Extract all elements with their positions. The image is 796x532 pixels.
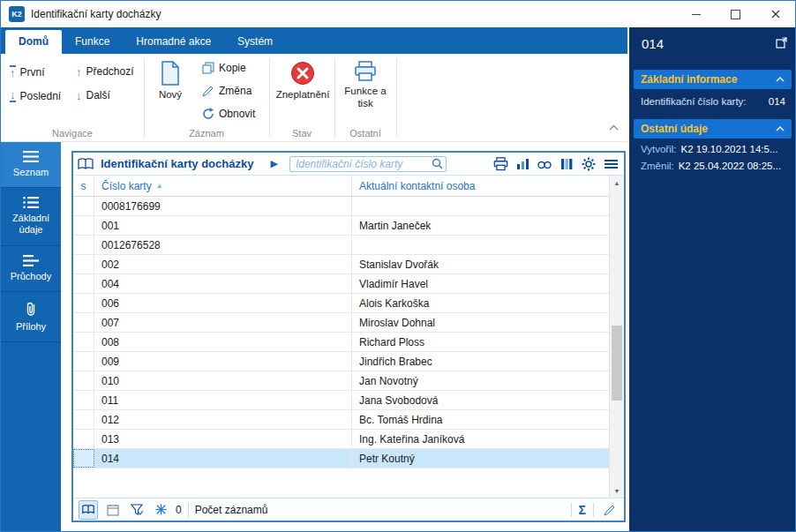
browse-statusbar: 0 Počet záznamů Σ	[73, 498, 624, 521]
gear-icon	[582, 157, 596, 171]
table-row[interactable]: 004Vladimír Havel	[73, 274, 609, 294]
open-in-window-button[interactable]	[776, 36, 787, 52]
window-close-button[interactable]	[755, 1, 795, 27]
previous-label: Předchozí	[86, 65, 134, 78]
cell-card-number: 001	[94, 216, 352, 235]
cell-contact-person: Jan Novotný	[352, 371, 609, 390]
search-icon	[432, 158, 443, 169]
browse-area: Identifikační karty docházky ▶	[71, 151, 626, 522]
table-row[interactable]: 0008176699	[73, 197, 609, 216]
paperclip-icon	[26, 301, 36, 317]
table-row[interactable]: 009Jindřich Brabec	[73, 352, 609, 371]
print-button[interactable]	[492, 155, 509, 173]
sidebar: Seznam Základní údaje Průchody Přílohy	[1, 142, 61, 532]
previous-button[interactable]: ↑ Předchozí	[76, 65, 134, 78]
vertical-scrollbar[interactable]: ▲ ▼	[609, 176, 624, 498]
sidebar-item-prilohy[interactable]: Přílohy	[1, 292, 61, 342]
row-status-cell	[73, 274, 94, 293]
cell-contact-person	[352, 197, 609, 215]
copy-button[interactable]: Kopie	[202, 62, 246, 74]
row-status-cell	[73, 236, 94, 254]
titlebar: K2 Identifikační karty docházky	[1, 1, 795, 27]
printer-icon	[354, 61, 377, 82]
table-row[interactable]: 011Jana Svobodová	[73, 391, 609, 410]
column-header-status[interactable]: s	[73, 176, 94, 196]
table-row[interactable]: 0012676528	[73, 236, 609, 255]
column-header-contact-person[interactable]: Aktuální kontaktní osoba	[352, 176, 609, 196]
cell-contact-person	[352, 236, 609, 254]
refresh-button[interactable]: Obnovit	[202, 108, 255, 120]
window-minimize-button[interactable]	[676, 1, 716, 27]
row-status-cell	[73, 313, 94, 332]
section-basic-info[interactable]: Základní informace	[634, 70, 792, 89]
columns-button[interactable]	[558, 155, 575, 173]
sidebar-item-zakladni-udaje[interactable]: Základní údaje	[1, 188, 61, 245]
table-row[interactable]: 006Alois Karkoška	[73, 294, 609, 313]
invalidate-button[interactable]: Zneplatnění	[271, 61, 334, 101]
statusbar-separator	[593, 503, 594, 517]
tab-funkce[interactable]: Funkce	[62, 30, 123, 54]
detail-panel-title: 014	[642, 36, 664, 51]
form-view-button[interactable]	[104, 501, 122, 519]
lookup-button[interactable]	[536, 155, 553, 173]
first-button[interactable]: ↑ První	[10, 65, 45, 79]
sum-button[interactable]: Σ	[579, 503, 586, 517]
window-title: Identifikační karty docházky	[31, 1, 161, 27]
invalidate-label: Zneplatnění	[276, 89, 330, 101]
detail-list-icon	[23, 197, 39, 208]
view-book-button[interactable]	[79, 500, 98, 520]
table-row[interactable]: 008Richard Ploss	[73, 333, 609, 352]
row-status-cell	[73, 352, 94, 371]
table-row[interactable]: 013Ing. Kateřina Janíková	[73, 430, 609, 449]
last-label: Poslední	[20, 90, 62, 102]
snowflake-icon	[155, 504, 167, 515]
search-input[interactable]	[289, 156, 447, 172]
table-body: 0008176699 001Martin Janeček 0012676528 …	[73, 197, 609, 468]
tab-system[interactable]: Systém	[224, 30, 286, 54]
settings-button[interactable]	[580, 155, 597, 173]
row-status-cell	[73, 197, 94, 215]
first-icon: ↑	[10, 65, 16, 79]
window-maximize-button[interactable]	[716, 1, 755, 27]
column-header-card-number[interactable]: Číslo karty ▲	[94, 176, 352, 196]
filter-button[interactable]	[128, 501, 146, 519]
browse-menu-arrow[interactable]: ▶	[270, 158, 277, 169]
scrollbar-thumb[interactable]	[612, 326, 622, 401]
next-button[interactable]: ↓ Další	[76, 89, 110, 101]
section-other-info[interactable]: Ostatní údaje	[634, 119, 792, 139]
row-status-cell	[73, 430, 94, 448]
ribbon-collapse-button[interactable]	[609, 118, 619, 134]
row-status-cell	[73, 255, 94, 273]
tab-hromadne-akce[interactable]: Hromadné akce	[123, 30, 224, 54]
sidebar-item-pruchody[interactable]: Průchody	[1, 246, 61, 292]
sidebar-item-seznam[interactable]: Seznam	[1, 142, 61, 188]
scroll-down-button[interactable]: ▼	[610, 483, 624, 498]
table-row[interactable]: 010Jan Novotný	[73, 371, 609, 391]
ribbon-separator	[334, 58, 335, 138]
edit-button[interactable]	[601, 501, 619, 519]
ribbon: ↑ První ↓ Poslední ↑ Předchozí ↓ Další N…	[1, 54, 627, 142]
chart-button[interactable]	[514, 155, 531, 173]
statusbar-separator	[571, 503, 572, 517]
field-value: 014	[769, 96, 785, 107]
change-button[interactable]: Změna	[202, 85, 252, 97]
table-row-selected[interactable]: 014Petr Koutný	[73, 449, 609, 468]
new-button[interactable]: Nový	[149, 61, 191, 101]
table-row[interactable]: 002Stanislav Dvořák	[73, 255, 609, 274]
section-title: Ostatní údaje	[641, 123, 708, 135]
table-row[interactable]: 001Martin Janeček	[73, 216, 609, 236]
columns-icon	[560, 158, 573, 170]
passages-icon	[23, 255, 39, 266]
cell-contact-person: Martin Janeček	[352, 216, 609, 235]
functions-print-button[interactable]: Funkce a tisk	[337, 61, 394, 110]
tab-domu[interactable]: Domů	[5, 30, 62, 54]
last-button[interactable]: ↓ Poslední	[10, 89, 61, 102]
functions-print-label: Funkce a tisk	[337, 86, 394, 110]
table-row[interactable]: 007Miroslav Dohnal	[73, 313, 609, 333]
table-row[interactable]: 012Bc. Tomáš Hrdina	[73, 410, 609, 430]
freeze-button[interactable]	[152, 501, 169, 519]
browse-menu-button[interactable]	[602, 155, 620, 173]
field-label: Změnil:	[641, 161, 674, 171]
cell-card-number: 010	[94, 371, 352, 390]
scroll-up-button[interactable]: ▲	[610, 176, 624, 190]
